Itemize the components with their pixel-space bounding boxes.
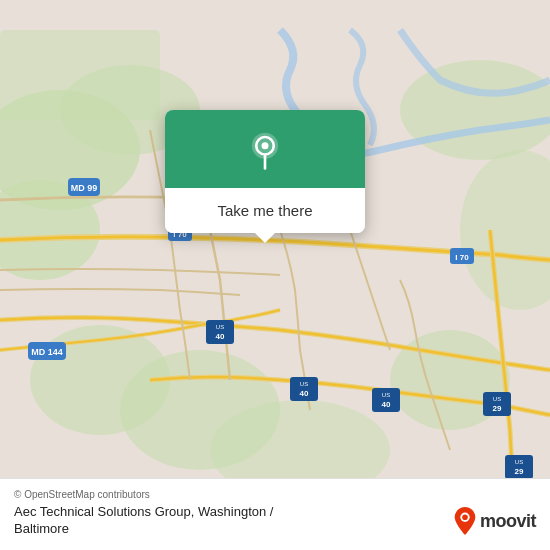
map-background: MD 99 I 70 I 70 MD 144 US US 40 US 40 US… bbox=[0, 0, 550, 550]
popup-caret bbox=[255, 233, 275, 243]
bottom-bar: © OpenStreetMap contributors Aec Technic… bbox=[0, 478, 550, 550]
moovit-pin-icon bbox=[454, 507, 476, 535]
location-pin-icon bbox=[244, 130, 286, 172]
location-popup: Take me there bbox=[165, 110, 365, 233]
svg-text:US: US bbox=[382, 392, 390, 398]
svg-text:29: 29 bbox=[493, 404, 502, 413]
svg-point-39 bbox=[262, 142, 269, 149]
svg-point-41 bbox=[462, 515, 468, 521]
bottom-info: Aec Technical Solutions Group, Washingto… bbox=[14, 504, 536, 538]
svg-text:US: US bbox=[515, 459, 523, 465]
copyright-text: © OpenStreetMap contributors bbox=[14, 489, 536, 500]
moovit-logo: moovit bbox=[454, 507, 536, 535]
svg-text:40: 40 bbox=[300, 389, 309, 398]
place-name: Aec Technical Solutions Group, Washingto… bbox=[14, 504, 273, 538]
moovit-text: moovit bbox=[480, 511, 536, 532]
svg-text:US: US bbox=[493, 396, 501, 402]
svg-text:US: US bbox=[216, 324, 224, 330]
map-container: MD 99 I 70 I 70 MD 144 US US 40 US 40 US… bbox=[0, 0, 550, 550]
svg-text:40: 40 bbox=[216, 332, 225, 341]
svg-text:MD 144: MD 144 bbox=[31, 347, 63, 357]
take-me-there-button[interactable]: Take me there bbox=[165, 188, 365, 233]
svg-text:MD 99: MD 99 bbox=[71, 183, 98, 193]
svg-text:I 70: I 70 bbox=[455, 253, 469, 262]
svg-text:29: 29 bbox=[515, 467, 524, 476]
svg-text:US: US bbox=[300, 381, 308, 387]
svg-text:40: 40 bbox=[382, 400, 391, 409]
popup-header bbox=[165, 110, 365, 188]
svg-rect-4 bbox=[0, 30, 160, 120]
